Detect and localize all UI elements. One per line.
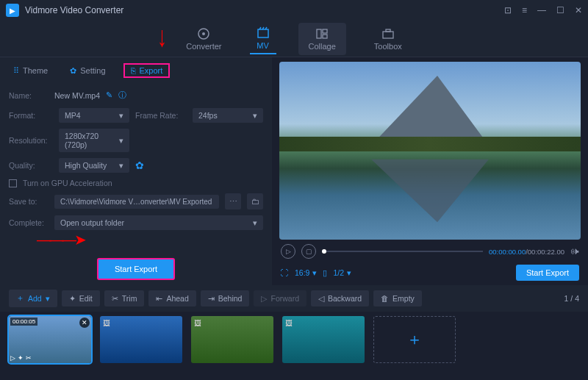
image-icon: 🖼 [285, 319, 293, 327]
clip-thumb-4[interactable]: 🖼 [282, 316, 365, 363]
app-logo-icon: ▶ [6, 4, 19, 17]
image-icon: 🖼 [103, 319, 110, 327]
info-icon[interactable]: ⓘ [118, 90, 126, 101]
edit-name-icon[interactable]: ✎ [106, 90, 112, 100]
ahead-button[interactable]: ⇤Ahead [148, 290, 196, 306]
gpu-checkbox[interactable] [9, 179, 17, 187]
saveto-path: C:\Vidmore\Vidmore V…onverter\MV Exporte… [54, 195, 219, 209]
saveto-label: Save to: [9, 197, 49, 206]
titlebar: ▶ Vidmore Video Converter ⊡ ≡ — ☐ ✕ [0, 0, 588, 21]
remove-clip-icon[interactable]: ✕ [79, 318, 90, 328]
wand-icon[interactable]: ✦ [18, 354, 24, 362]
clip-pager: 1 / 4 [564, 294, 579, 303]
video-preview[interactable] [279, 62, 581, 240]
time-display: 00:00:00.00/00:00:22.00 [489, 248, 564, 256]
forward-button[interactable]: ▷Forward [254, 290, 306, 306]
add-button[interactable]: ＋Add▾ [9, 290, 57, 307]
subtab-setting[interactable]: ✿Setting [65, 64, 110, 78]
complete-label: Complete: [9, 218, 49, 227]
clip-thumbnails: 00:00:05 ✕ ▷✦✂ 🖼 🖼 🖼 ＋ [0, 312, 588, 372]
wand-icon: ✦ [69, 294, 76, 303]
feedback-icon[interactable]: ⊡ [504, 5, 512, 15]
format-label: Format: [9, 111, 53, 120]
quality-label: Quality: [9, 161, 53, 170]
scissors-icon: ✂ [112, 294, 118, 303]
nav-mv-label: MV [257, 41, 269, 50]
clip-thumb-3[interactable]: 🖼 [191, 316, 273, 363]
app-title: Vidmore Video Converter [25, 5, 504, 15]
chevron-down-icon: ▾ [119, 111, 123, 120]
browse-folder-button[interactable]: 🗀 [247, 193, 263, 209]
clip-thumb-1[interactable]: 00:00:05 ✕ ▷✦✂ [9, 316, 91, 363]
backward-button[interactable]: ◁Backward [311, 290, 369, 306]
seek-slider[interactable] [322, 251, 483, 252]
start-export-button[interactable]: Start Export [97, 258, 175, 280]
chevron-down-icon: ▾ [347, 268, 351, 277]
mv-icon [256, 26, 270, 40]
resolution-label: Resolution: [9, 136, 53, 145]
collage-icon [315, 27, 329, 40]
trim-button[interactable]: ✂Trim [104, 290, 145, 306]
export-icon: ⎘ [131, 66, 136, 75]
top-nav: Converter MV Collage Toolbox [0, 21, 588, 57]
chevron-down-icon: ▾ [253, 111, 257, 120]
aspect-dropdown[interactable]: 16:9▾ [295, 268, 317, 277]
scissors-icon[interactable]: ✂ [26, 354, 32, 362]
page-dropdown[interactable]: 1/2▾ [333, 268, 351, 277]
quality-dropdown[interactable]: High Quality▾ [59, 158, 129, 173]
minimize-icon[interactable]: — [537, 5, 546, 15]
seek-thumb[interactable] [322, 249, 326, 254]
svg-rect-7 [386, 29, 390, 32]
nav-toolbox[interactable]: Toolbox [368, 24, 408, 54]
nav-mv[interactable]: MV [250, 24, 276, 54]
start-export-button-2[interactable]: Start Export [516, 265, 579, 281]
quality-settings-icon[interactable]: ✿ [135, 159, 187, 171]
more-path-button[interactable]: ⋯ [225, 193, 241, 209]
clip-thumb-2[interactable]: 🖼 [100, 316, 182, 363]
subtab-theme[interactable]: ⠿Theme [9, 64, 52, 78]
stop-button[interactable]: ▢ [301, 244, 316, 259]
page-icon: ▯ [323, 268, 327, 277]
svg-rect-3 [317, 29, 321, 38]
play-button[interactable]: ▷ [281, 244, 295, 259]
chevron-down-icon: ▾ [119, 161, 123, 170]
name-label: Name: [9, 91, 49, 100]
add-clip-button[interactable]: ＋ [373, 316, 456, 363]
nav-collage[interactable]: Collage [298, 23, 346, 55]
framerate-label: Frame Rate: [135, 111, 187, 120]
edit-button[interactable]: ✦Edit [62, 290, 100, 306]
svg-rect-4 [323, 29, 327, 33]
converter-icon [196, 27, 211, 40]
svg-point-1 [202, 32, 205, 35]
complete-dropdown[interactable]: Open output folder▾ [54, 215, 263, 230]
menu-icon[interactable]: ≡ [522, 5, 527, 15]
empty-button[interactable]: 🗑Empty [373, 290, 422, 306]
backward-icon: ◁ [318, 294, 324, 303]
play-icon[interactable]: ▷ [10, 354, 15, 362]
behind-button[interactable]: ⇥Behind [201, 290, 250, 306]
name-value: New MV.mp4 [54, 91, 100, 100]
resolution-dropdown[interactable]: 1280x720 (720p)▾ [59, 129, 129, 152]
window-controls: ⊡ ≡ — ☐ ✕ [504, 5, 582, 15]
plus-icon: ＋ [16, 293, 24, 304]
framerate-dropdown[interactable]: 24fps▾ [193, 108, 263, 123]
nav-converter-label: Converter [186, 42, 221, 51]
export-panel: ⠿Theme ✿Setting ⎘Export Name: New MV.mp4… [0, 57, 272, 285]
behind-icon: ⇥ [208, 294, 215, 303]
forward-icon: ▷ [261, 294, 267, 303]
toolbox-icon [381, 27, 395, 40]
maximize-icon[interactable]: ☐ [556, 5, 564, 15]
clip-toolbar: ＋Add▾ ✦Edit ✂Trim ⇤Ahead ⇥Behind ▷Forwar… [0, 285, 588, 312]
image-icon: 🖼 [194, 319, 201, 327]
svg-rect-2 [258, 29, 268, 37]
format-dropdown[interactable]: MP4▾ [59, 108, 129, 123]
gpu-label: Turn on GPU Acceleration [23, 179, 112, 187]
close-icon[interactable]: ✕ [575, 5, 582, 15]
subtab-export[interactable]: ⎘Export [123, 63, 171, 78]
nav-converter[interactable]: Converter [180, 24, 227, 54]
svg-rect-5 [323, 35, 327, 38]
aspect-icon: ⛶ [281, 268, 289, 277]
volume-icon[interactable]: 🕪 [570, 246, 579, 257]
preview-graphic [371, 76, 489, 146]
chevron-down-icon: ▾ [253, 218, 257, 227]
